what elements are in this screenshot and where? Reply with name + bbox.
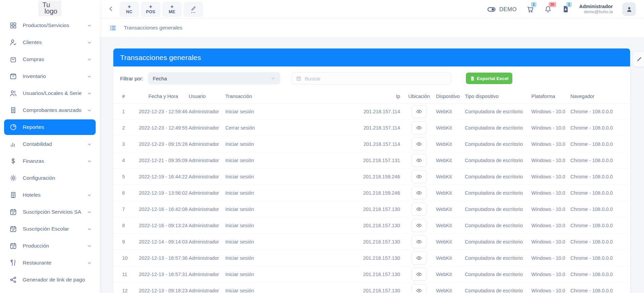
calendar-check-icon [10,242,17,250]
sidebar-item-configuracion[interactable]: Configuración [4,170,96,187]
cell-ip: 201.218.157.131 [358,158,402,163]
cart-badge: 1 [531,2,536,7]
view-location-button[interactable] [412,235,427,248]
view-location-button[interactable] [412,105,427,118]
users-icon [10,90,17,97]
cell-number: 5 [122,174,138,179]
sidebar-item-clientes[interactable]: Clientes [4,34,96,51]
avatar[interactable] [622,2,636,16]
filter-select[interactable]: Fecha [148,72,280,84]
sidebar: Tu logo Productos/ServiciosClientesCompr… [0,0,100,293]
sidebar-item-restaurante[interactable]: Restaurante [4,254,96,271]
cell-location [402,138,436,151]
plus-icon: + [149,4,152,10]
cell-device: WebKit [436,190,465,196]
export-excel-button[interactable]: x Exportal Excel [466,73,512,84]
chevron-down-icon [87,57,92,62]
calendar-check-icon [10,225,17,233]
sidebar-item-productos-servicios[interactable]: Productos/Servicios [4,17,96,34]
chevron-down-icon [87,159,92,163]
notifications-button[interactable]: 30 [544,5,552,13]
user-email: demo@buho.la [579,9,613,15]
cell-browser: Chrome - 108.0.0.0 [570,255,621,261]
search-input[interactable] [305,76,447,81]
sidebar-item-label: Reportes [23,124,92,130]
cell-transaction: Iniciar sesión [225,239,358,245]
sidebar-item-compras[interactable]: Compras [4,51,96,68]
sidebar-item-comprobantes-avanzados[interactable]: Comprobantes avanzados [4,102,96,119]
view-location-button[interactable] [412,170,427,183]
quick-button-me[interactable]: +ME [162,2,182,17]
grid-icon [10,22,17,29]
sidebar-item-generador-de-link-de-pago[interactable]: Generador de link de pago [4,271,96,288]
list-icon [109,24,116,32]
cell-device: WebKit [436,109,465,114]
view-location-button[interactable] [412,252,427,265]
sidebar-item-inventario[interactable]: Inventario [4,68,96,85]
sidebar-item-suscripcion-escolar[interactable]: Suscripción Escolar [4,220,96,237]
cell-device: WebKit [436,272,465,277]
utensils-icon [10,259,17,267]
cell-number: 7 [122,207,138,212]
demo-toggle[interactable]: DEMO [487,5,517,14]
cell-platform: Windows - 10.0 [531,288,570,293]
cell-number: 8 [122,223,138,228]
quick-button-nc[interactable]: +NC [119,2,139,17]
cell-device: WebKit [436,239,465,245]
chevron-left-icon [108,5,114,12]
eye-icon [416,222,422,229]
sidebar-item-label: Usuarios/Locales & Series [23,90,81,96]
bag-icon [10,56,17,63]
cell-browser: Chrome - 108.0.0.0 [570,174,621,179]
gear-icon [10,174,17,182]
sidebar-item-label: Productos/Servicios [23,22,81,28]
cell-transaction: Iniciar sesión [225,207,358,212]
cell-ip: 201.218.157.114 [358,125,402,131]
back-button[interactable] [107,5,115,14]
quick-button-pos[interactable]: +POS [141,2,160,17]
table-row: 72022-12-16 - 16:42:08AdministradorInici… [113,201,630,217]
plus-icon: + [128,4,131,10]
quick-button-edit[interactable]: ... [184,2,203,17]
logo[interactable]: Tu logo [0,0,100,17]
cell-user: Administrador [189,141,225,147]
cell-platform: Windows - 10.0 [531,125,570,131]
view-location-button[interactable] [412,187,427,199]
sidebar-item-label: Contabilidad [23,141,81,147]
cell-ip: 201.218.159.246 [358,190,402,196]
view-location-button[interactable] [412,268,427,281]
view-location-button[interactable] [412,138,427,151]
cell-datetime: 2022-12-19 - 16:44:22 [138,174,189,179]
sidebar-item-usuarios-locales-series[interactable]: Usuarios/Locales & Series [4,85,96,102]
cell-transaction: Iniciar sesión [225,255,358,261]
column-header-tipo-dispositivo: Tipo dispositivo [465,94,531,99]
cell-datetime: 2022-12-13 - 16:57:36 [138,255,189,261]
sidebar-item-reportes[interactable]: Reportes [4,119,96,135]
sidebar-item-produccion[interactable]: Producción [4,237,96,254]
sidebar-item-finanzas[interactable]: Finanzas [4,153,96,170]
quick-buttons: +NC+POS+ME... [119,2,205,17]
cell-number: 9 [122,239,138,245]
column-header-navegador: Navegador [570,94,621,99]
sidebar-item-contabilidad[interactable]: Contabilidad [4,136,96,153]
sidebar-item-hoteles[interactable]: Hoteles [4,187,96,203]
filter-row: Filtrar por: Fecha x Exportal Excel [113,66,630,89]
theme-brush-button[interactable] [632,51,644,67]
view-location-button[interactable] [412,154,427,167]
view-location-button[interactable] [412,284,427,293]
search-box [291,72,451,84]
downloads-button[interactable]: 1 [562,5,570,13]
cell-browser: Chrome - 108.0.0.0 [570,125,621,131]
view-location-button[interactable] [412,219,427,232]
cell-platform: Windows - 10.0 [531,158,570,163]
cell-location [402,187,436,199]
cart-button[interactable]: 1 [526,5,534,13]
view-location-button[interactable] [412,121,427,134]
cell-datetime: 2022-12-19 - 13:56:02 [138,190,189,196]
sidebar-item-suscripcion-servicios-saas[interactable]: Suscripción Servicios SAAS [4,203,96,220]
cell-platform: Windows - 10.0 [531,223,570,228]
view-location-button[interactable] [412,203,427,216]
table-row: 92022-12-14 - 09:14:03AdministradorInici… [113,234,630,250]
column-header-dispositivo: Dispositivo [436,94,465,99]
column-header-plataforma: Plataforma [531,94,570,99]
